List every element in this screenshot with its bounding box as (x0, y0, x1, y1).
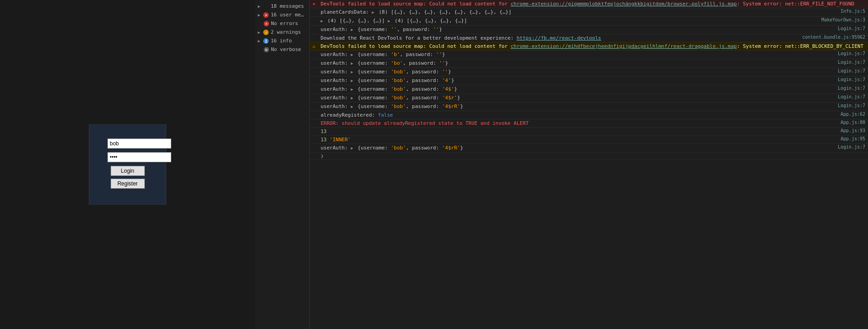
arrow-icon: ▶ (258, 4, 260, 9)
console-content-15: ERROR: should update alreadyRegistered s… (321, 120, 837, 127)
console-prompt: ❯ (321, 153, 324, 159)
expand-11[interactable]: ▶ (351, 87, 353, 92)
expand-2[interactable]: ▶ (372, 10, 374, 15)
console-content-16: 13 (321, 128, 837, 135)
expand-12[interactable]: ▶ (351, 96, 353, 100)
console-content-7: userAuth: ▶ {username: 'b', password: ''… (321, 51, 834, 58)
sidebar-item-info[interactable]: ▶ i 16 info (255, 36, 309, 45)
app-panel: Login Register (0, 0, 255, 329)
console-row-7: userAuth: ▶ {username: 'b', password: ''… (310, 51, 868, 59)
sidebar-item-verbose[interactable]: ⚙ No verbose (255, 45, 309, 54)
expand-3b[interactable]: ▶ (388, 19, 390, 23)
console-row-5: Download the React DevTools for a better… (310, 34, 868, 42)
source-16[interactable]: App.js:93 (841, 128, 865, 133)
source-14[interactable]: App.js:62 (841, 112, 865, 117)
console-row-3: ▶ (4) [{…}, {…}, {…}] ▶ (4) [{…}, {…}, {… (310, 17, 868, 26)
source-8[interactable]: Login.js:7 (838, 60, 865, 65)
sidebar-label-info: 16 info (271, 38, 291, 44)
arrow-icon-3: ▶ (258, 30, 260, 35)
arrow-icon-2: ▶ (258, 13, 260, 17)
gear-icon: ⚙ (264, 47, 269, 52)
sidebar-item-warnings[interactable]: ▶ ⚠ 2 warnings (255, 28, 309, 36)
source-12[interactable]: Login.js:7 (838, 94, 865, 99)
console-row-17: 13 'INNER' App.js:95 (310, 136, 868, 144)
console-row-8: userAuth: ▶ {username: 'bo', password: '… (310, 59, 868, 68)
sidebar-label-warnings: 2 warnings (271, 29, 301, 35)
console-row-1: ✕ DevTools failed to load source map: Co… (310, 0, 868, 8)
console-row-10: userAuth: ▶ {username: 'bob', password: … (310, 77, 868, 85)
console-row-13: userAuth: ▶ {username: 'bob', password: … (310, 103, 868, 111)
source-17[interactable]: App.js:95 (841, 136, 865, 141)
source-11[interactable]: Login.js:7 (838, 86, 865, 91)
console-content-18: userAuth: ▶ {username: 'bob', password: … (321, 144, 834, 152)
warning-icon-6: ⚠ (312, 43, 319, 49)
source-10[interactable]: Login.js:7 (838, 77, 865, 82)
sidebar-item-messages[interactable]: ▶ 18 messages (255, 2, 309, 10)
sidebar-item-user-messages[interactable]: ▶ ✕ 16 user me… (255, 10, 309, 19)
login-button[interactable]: Login (111, 166, 145, 176)
sidebar-label-verbose: No verbose (271, 46, 301, 52)
source-3[interactable]: MakeYourOwn.js:3 (822, 17, 865, 22)
link-6[interactable]: chrome-extension://mihdfbecejheednfigijp… (511, 43, 737, 49)
console-content-4: userAuth: ▶ {username: '', password: ''} (321, 26, 834, 33)
console-row-9: userAuth: ▶ {username: 'bob', password: … (310, 68, 868, 77)
console-content-13: userAuth: ▶ {username: 'bob', password: … (321, 103, 834, 110)
console-content-17: 13 'INNER' (321, 136, 837, 143)
sidebar-label-messages: 18 messages (271, 3, 304, 9)
expand-9[interactable]: ▶ (351, 70, 353, 74)
console-content-8: userAuth: ▶ {username: 'bo', password: '… (321, 60, 834, 67)
expand-7[interactable]: ▶ (351, 52, 353, 57)
devtools-panel: ▶ 18 messages ▶ ✕ 16 user me… ✕ No error… (255, 0, 868, 329)
console-row-14: alreadyRegistered: false App.js:62 (310, 111, 868, 119)
console-content-12: userAuth: ▶ {username: 'bob', password: … (321, 94, 834, 102)
expand-4[interactable]: ▶ (351, 27, 353, 32)
console-content-2: planetCardsData: ▶ (8) [{…}, {…}, {…}, {… (321, 9, 837, 16)
sidebar-label-user-messages: 16 user me… (271, 12, 304, 18)
source-2[interactable]: Info.js:5 (841, 9, 865, 14)
source-9[interactable]: Login.js:7 (838, 68, 865, 73)
register-button[interactable]: Register (111, 179, 145, 189)
console-content-14: alreadyRegistered: false (321, 112, 837, 118)
console-content-10: userAuth: ▶ {username: 'bob', password: … (321, 77, 834, 84)
console-content-1: DevTools failed to load source map: Coul… (321, 0, 865, 7)
no-errors-icon: ✕ (264, 21, 269, 26)
expand-3a[interactable]: ▶ (321, 19, 323, 23)
console-row-6: ⚠ DevTools failed to load source map: Co… (310, 42, 868, 51)
console-content-6: DevTools failed to load source map: Coul… (321, 43, 865, 50)
console-row-16: 13 App.js:93 (310, 128, 868, 136)
console-row-18: userAuth: ▶ {username: 'bob', password: … (310, 144, 868, 153)
console-content-9: userAuth: ▶ {username: 'bob', password: … (321, 68, 834, 76)
source-5[interactable]: content.bundle.js:95962 (802, 35, 865, 40)
console-content-3: ▶ (4) [{…}, {…}, {…}] ▶ (4) [{…}, {…}, {… (321, 17, 818, 25)
source-15[interactable]: App.js:80 (841, 120, 865, 125)
expand-10[interactable]: ▶ (351, 78, 353, 83)
console-content-11: userAuth: ▶ {username: 'bob', password: … (321, 86, 834, 93)
console-row-11: userAuth: ▶ {username: 'bob', password: … (310, 85, 868, 94)
console-content-5: Download the React DevTools for a better… (321, 35, 799, 41)
console-row-15: ERROR: should update alreadyRegistered s… (310, 119, 868, 128)
link-1[interactable]: chrome-extension://gigmmmplobktfepjochán… (511, 1, 737, 7)
sidebar-item-no-errors[interactable]: ✕ No errors (255, 19, 309, 28)
error-icon-1: ✕ (312, 1, 319, 7)
console-row-12: userAuth: ▶ {username: 'bob', password: … (310, 94, 868, 103)
source-18[interactable]: Login.js:7 (838, 144, 865, 149)
info-icon: i (263, 38, 269, 44)
console-row-2: planetCardsData: ▶ (8) [{…}, {…}, {…}, {… (310, 8, 868, 17)
source-4[interactable]: Login.js:7 (838, 26, 865, 31)
source-13[interactable]: Login.js:7 (838, 103, 865, 108)
username-input[interactable] (107, 139, 171, 149)
expand-18[interactable]: ▶ (351, 146, 353, 150)
console-row-4: userAuth: ▶ {username: '', password: ''}… (310, 26, 868, 34)
link-5[interactable]: https://fb.me/react-devtools (516, 35, 601, 41)
warning-icon: ⚠ (263, 30, 269, 35)
sidebar-label-no-errors: No errors (271, 21, 298, 26)
devtools-sidebar: ▶ 18 messages ▶ ✕ 16 user me… ✕ No error… (255, 0, 310, 329)
expand-8[interactable]: ▶ (351, 61, 353, 66)
password-input[interactable] (107, 152, 171, 162)
source-7[interactable]: Login.js:7 (838, 51, 865, 56)
error-icon: ✕ (263, 12, 269, 18)
console-main[interactable]: ✕ DevTools failed to load source map: Co… (310, 0, 868, 329)
expand-13[interactable]: ▶ (351, 104, 353, 109)
arrow-icon-4: ▶ (258, 39, 260, 43)
login-box: Login Register (89, 124, 166, 205)
